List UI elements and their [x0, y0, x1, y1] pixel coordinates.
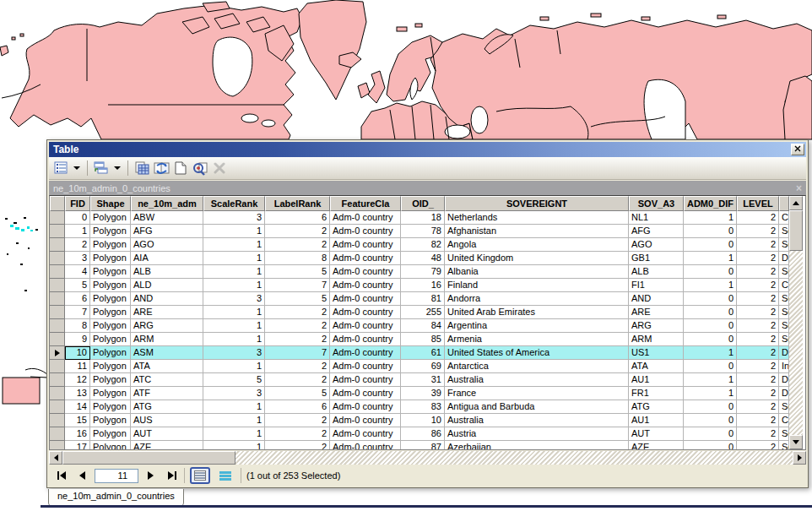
cell-ADM0_DIF[interactable]: 0 [684, 292, 737, 306]
cell-FID[interactable]: 7 [65, 306, 90, 319]
cell-ADM0_DIF[interactable]: 0 [684, 360, 737, 373]
column-header-SOVEREIGNT[interactable]: SOVEREIGNT [445, 196, 629, 211]
cell-ne_10m_adm[interactable]: AUS [131, 414, 203, 427]
cell-Shape[interactable]: Polygon [90, 306, 131, 319]
cell-Shape[interactable]: Polygon [90, 333, 131, 346]
cell-clipped[interactable]: So [779, 400, 789, 414]
cell-FID[interactable]: 4 [65, 265, 90, 279]
cell-FID[interactable]: 1 [65, 225, 90, 238]
cell-clipped[interactable]: So [779, 306, 789, 319]
cell-LabelRank[interactable]: 2 [265, 427, 330, 441]
cell-ADM0_DIF[interactable]: 0 [684, 319, 737, 333]
cell-SOVEREIGNT[interactable]: Armenia [445, 333, 629, 346]
row-selector[interactable] [50, 373, 65, 387]
cell-clipped[interactable]: So [779, 441, 789, 449]
table-row[interactable]: 13PolygonATF35Adm-0 country39FranceFR112… [50, 387, 789, 400]
cell-clipped[interactable]: De [779, 387, 789, 400]
cell-ADM0_DIF[interactable]: 0 [684, 400, 737, 414]
cell-SOV_A3[interactable]: AND [629, 292, 684, 306]
current-record-input[interactable]: 11 [95, 469, 138, 483]
cell-FeatureCla[interactable]: Adm-0 country [330, 387, 401, 400]
cell-SOVEREIGNT[interactable]: Argentina [445, 319, 629, 333]
scroll-up-button[interactable] [789, 196, 803, 210]
table-row[interactable]: 11PolygonATA12Adm-0 country69AntarcticaA… [50, 360, 789, 373]
cell-ne_10m_adm[interactable]: ATG [131, 400, 203, 414]
cell-LEVEL[interactable]: 2 [737, 387, 779, 400]
cell-ADM0_DIF[interactable]: 0 [684, 265, 737, 279]
cell-SOV_A3[interactable]: AU1 [629, 414, 684, 427]
cell-ScaleRank[interactable]: 1 [203, 333, 265, 346]
cell-SOVEREIGNT[interactable]: Andorra [445, 292, 629, 306]
cell-FID[interactable]: 2 [65, 238, 90, 252]
cell-Shape[interactable]: Polygon [90, 373, 131, 387]
cell-ne_10m_adm[interactable]: ALB [131, 265, 203, 279]
table-row[interactable]: 3PolygonAIA18Adm-0 country48United Kingd… [50, 252, 789, 265]
column-header-SOV_A3[interactable]: SOV_A3 [629, 196, 684, 211]
cell-LEVEL[interactable]: 2 [737, 414, 779, 427]
cell-LabelRank[interactable]: 2 [265, 360, 330, 373]
table-row[interactable]: 9PolygonARM12Adm-0 country85ArmeniaARM02… [50, 333, 789, 346]
column-header-Shape[interactable]: Shape [90, 196, 131, 211]
cell-ADM0_DIF[interactable]: 0 [684, 333, 737, 346]
cell-LabelRank[interactable]: 7 [265, 279, 330, 292]
table-tab[interactable]: ne_10m_admin_0_countries [48, 489, 184, 507]
cell-LEVEL[interactable]: 2 [737, 333, 779, 346]
zoom-to-selected-icon[interactable] [192, 160, 208, 177]
cell-ScaleRank[interactable]: 3 [203, 211, 265, 225]
row-selector[interactable] [50, 306, 65, 319]
cell-Shape[interactable]: Polygon [90, 346, 131, 360]
row-selector[interactable] [50, 414, 65, 427]
cell-FeatureCla[interactable]: Adm-0 country [330, 211, 401, 225]
cell-LabelRank[interactable]: 2 [265, 414, 330, 427]
table-window-titlebar[interactable]: Table [49, 142, 806, 157]
table-row[interactable]: 4PolygonALB15Adm-0 country79AlbaniaALB02… [50, 265, 789, 279]
cell-ne_10m_adm[interactable]: ALD [131, 279, 203, 292]
cell-FeatureCla[interactable]: Adm-0 country [330, 292, 401, 306]
table-row[interactable]: 14PolygonATG16Adm-0 country83Antigua and… [50, 400, 789, 414]
cell-ScaleRank[interactable]: 3 [203, 292, 265, 306]
cell-SOVEREIGNT[interactable]: Austria [445, 427, 629, 441]
cell-ne_10m_adm[interactable]: ASM [131, 346, 203, 360]
cell-FID[interactable]: 6 [65, 292, 90, 306]
table-close-icon[interactable]: × [796, 182, 802, 194]
cell-ne_10m_adm[interactable]: AUT [131, 427, 203, 441]
vertical-scroll-thumb[interactable] [789, 210, 803, 251]
table-row[interactable]: 12PolygonATC52Adm-0 country31AustraliaAU… [50, 373, 789, 387]
cell-clipped[interactable]: So [779, 333, 789, 346]
cell-SOV_A3[interactable]: ATG [629, 400, 684, 414]
cell-Shape[interactable]: Polygon [90, 441, 131, 449]
column-header-FeatureCla[interactable]: FeatureCla [330, 196, 401, 211]
cell-LabelRank[interactable]: 5 [265, 265, 330, 279]
delete-selected-icon[interactable] [211, 160, 228, 177]
cell-Shape[interactable]: Polygon [90, 211, 131, 225]
cell-ne_10m_adm[interactable]: AZE [131, 441, 203, 449]
cell-Shape[interactable]: Polygon [90, 292, 131, 306]
table-row[interactable]: 16PolygonAUT12Adm-0 country86AustriaAUT0… [50, 427, 789, 441]
cell-OID_[interactable]: 81 [401, 292, 445, 306]
cell-OID_[interactable]: 61 [401, 346, 445, 360]
table-row[interactable]: 15PolygonAUS12Adm-0 country10AustraliaAU… [50, 414, 789, 427]
cell-OID_[interactable]: 82 [401, 238, 445, 252]
cell-LEVEL[interactable]: 2 [737, 292, 779, 306]
cell-LEVEL[interactable]: 2 [737, 252, 779, 265]
cell-Shape[interactable]: Polygon [90, 414, 131, 427]
scroll-right-button[interactable] [793, 451, 806, 465]
cell-ADM0_DIF[interactable]: 1 [684, 373, 737, 387]
scroll-down-button[interactable] [789, 435, 803, 449]
table-row[interactable]: 8PolygonARG12Adm-0 country84ArgentinaARG… [50, 319, 789, 333]
cell-ne_10m_adm[interactable]: ABW [131, 211, 203, 225]
cell-ScaleRank[interactable]: 1 [203, 360, 265, 373]
horizontal-scroll-thumb[interactable] [62, 451, 235, 465]
cell-LEVEL[interactable]: 2 [737, 279, 779, 292]
cell-SOVEREIGNT[interactable]: Australia [445, 373, 629, 387]
cell-Shape[interactable]: Polygon [90, 265, 131, 279]
column-header-ne_10m_adm[interactable]: ne_10m_adm [131, 196, 203, 211]
cell-OID_[interactable]: 83 [401, 400, 445, 414]
cell-SOV_A3[interactable]: US1 [629, 346, 684, 360]
row-selector[interactable] [50, 441, 65, 449]
cell-FeatureCla[interactable]: Adm-0 country [330, 333, 401, 346]
cell-ScaleRank[interactable]: 1 [203, 225, 265, 238]
cell-ADM0_DIF[interactable]: 1 [684, 387, 737, 400]
cell-Shape[interactable]: Polygon [90, 387, 131, 400]
column-header-LEVEL[interactable]: LEVEL [737, 196, 779, 211]
